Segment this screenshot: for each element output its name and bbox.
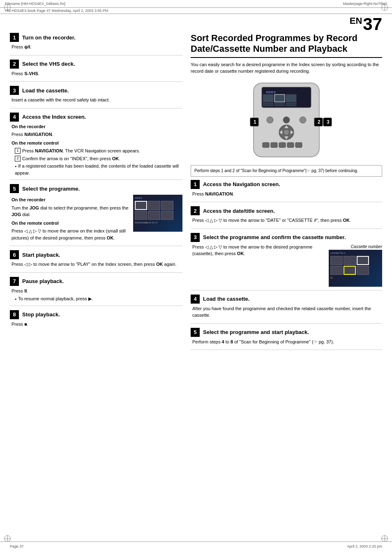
page-footer: Page 37 April 2, 2003 2:20 pm [0, 541, 392, 548]
right-step-1-number: 1 [191, 180, 200, 189]
step-2-title: Select the VHS deck. [22, 61, 75, 67]
reg-mark-tl [3, 3, 12, 12]
screen-thumb-1 [135, 201, 147, 210]
svg-text:INDEX: INDEX [266, 90, 276, 94]
subheader-text: HM-HDS4EX.book Page 37 Wednesday, April … [5, 9, 108, 13]
step-4-on-recorder-text: Press NAVIGATION. [12, 131, 182, 138]
step-3-title: Load the cassette. [22, 88, 69, 94]
step3-screen-title: CASSETTE # [330, 251, 380, 255]
footer-left: Page 37 [10, 544, 24, 548]
step-4-remote-item-1: 1 Press NAVIGATION. The VCR Navigation s… [15, 147, 182, 154]
step-4-title: Access the Index screen. [22, 114, 86, 120]
svg-rect-22 [295, 143, 302, 147]
right-step-5-title: Select the programme and start playback. [203, 329, 309, 335]
step3-device-screen: CASSETTE # [329, 250, 382, 287]
screen-row-1 [135, 201, 181, 210]
svg-rect-4 [274, 94, 285, 102]
step-7-text: Press II. [12, 288, 182, 295]
right-step-4-number: 4 [191, 295, 200, 304]
step-1-header: 1 Turn on the recorder. [10, 33, 182, 42]
step3-image: CASSETTE # [329, 250, 382, 287]
right-step-2-block: 2 Access the date/title screen. Press ◁ … [191, 206, 382, 229]
svg-rect-7 [274, 103, 285, 106]
screen-thumb-3 [161, 201, 173, 210]
left-column: 1 Turn on the recorder. Press ψ/I. 2 Sel… [10, 33, 182, 354]
right-step-5-text: Perform steps 4 to 8 of "Scan for Beginn… [192, 339, 382, 345]
step3-thumb-2 [344, 256, 356, 265]
step-7-title: Pause playback. [22, 278, 64, 284]
step-5-text-area: On the recorder Turn the JOG dial to sel… [12, 195, 129, 242]
svg-point-11 [300, 117, 306, 123]
step-1-block: 1 Turn on the recorder. Press ψ/I. [10, 33, 182, 55]
right-section-title: Sort Recorded Programmes by Record Date/… [191, 33, 382, 58]
step-4-bullet-list: If a registered cassette has been loaded… [12, 163, 182, 176]
step3-screen-row-1 [330, 256, 380, 265]
step-4-remote-list: 1 Press NAVIGATION. The VCR Navigation s… [12, 147, 182, 162]
step-5-title: Select the programme. [22, 186, 80, 192]
note-box: Perform steps 1 and 2 of "Scan for Begin… [191, 165, 382, 177]
step-6-header: 6 Start playback. [10, 250, 182, 259]
right-step-2-body: Press ◁ △ ▷ ▽ to move the arrow to "DATE… [191, 217, 382, 224]
step3-screen-row-2 [330, 266, 380, 275]
screen-thumb-2 [148, 201, 160, 210]
step-2-header: 2 Select the VHS deck. [10, 60, 182, 69]
right-column: Sort Recorded Programmes by Record Date/… [191, 33, 382, 354]
step-3-header: 3 Load the cassette. [10, 86, 182, 95]
svg-rect-18 [263, 143, 269, 147]
right-intro: You can easily search for a desired prog… [191, 61, 382, 75]
step-1-title: Turn on the recorder. [22, 35, 76, 41]
screen-bottom-text: PROGRAMME 01 OF 07 [135, 221, 181, 225]
page-number: 37 [363, 16, 382, 33]
svg-rect-3 [263, 94, 273, 102]
step-7-header: 7 Pause playback. [10, 277, 182, 286]
right-step-3-title: Select the programme and confirm the cas… [203, 234, 346, 240]
svg-text:1: 1 [254, 119, 256, 125]
svg-point-9 [267, 117, 273, 123]
right-step-5-number: 5 [191, 328, 200, 337]
step-4-body: On the recorder Press NAVIGATION. On the… [10, 123, 182, 177]
right-step-4-title: Load the cassette. [203, 296, 249, 302]
step-5-on-recorder-text: Turn the JOG dial to select the programm… [12, 205, 129, 218]
svg-rect-19 [271, 143, 277, 147]
right-step-1-text: Press NAVIGATION. [192, 191, 382, 198]
step3-thumb-1 [330, 256, 343, 265]
step-7-number: 7 [10, 277, 19, 286]
step-4-bullet-1: If a registered cassette has been loaded… [15, 163, 182, 176]
step-2-body: Press S-VHS. [10, 70, 182, 77]
footer-right: April 2, 2003 2:20 pm [347, 544, 382, 548]
step-5-content: On the recorder Turn the JOG dial to sel… [12, 195, 182, 242]
step-6-text: Press ◁ ▷ to move the arrow to "PLAY" on… [12, 261, 182, 268]
right-step-3-block: 3 Select the programme and confirm the c… [191, 233, 382, 290]
step-8-number: 8 [10, 310, 19, 319]
step-8-title: Stop playback. [22, 311, 60, 318]
right-step-2-header: 2 Access the date/title screen. [191, 206, 382, 215]
reg-mark-tr [380, 3, 389, 12]
step-4-number: 4 [10, 113, 19, 122]
right-step-5-body: Perform steps 4 to 8 of "Scan for Beginn… [191, 339, 382, 345]
step-8-block: 8 Stop playback. Press ■. [10, 310, 182, 332]
step-5-on-remote-text: Press ◁ △ ▷ ▽ to move the arrow on the i… [12, 228, 129, 241]
svg-rect-21 [287, 143, 294, 147]
right-step-2-number: 2 [191, 206, 200, 215]
page-subheader: HM-HDS4EX.book Page 37 Wednesday, April … [0, 8, 392, 14]
header-filename: Filename [HM-HDS4EX_04Basic.fm] [5, 2, 65, 6]
step-2-number: 2 [10, 60, 19, 69]
step3-number: 02 [330, 276, 380, 280]
right-step-1-title: Access the Navigation screen. [203, 181, 280, 187]
step-3-body: Insert a cassette with the record safety… [10, 97, 182, 104]
right-step-4-block: 4 Load the cassette. After you have foun… [191, 295, 382, 324]
step3-thumb-3 [357, 256, 369, 265]
step-3-text: Insert a cassette with the record safety… [12, 97, 182, 104]
page-header: Filename [HM-HDS4EX_04Basic.fm] Masterpa… [0, 0, 392, 8]
svg-rect-8 [286, 103, 296, 106]
svg-rect-6 [263, 103, 273, 106]
page-number-bar: EN 37 [0, 14, 392, 33]
step-5-number: 5 [10, 184, 19, 193]
step-7-bullet-1: To resume normal playback, press ▶. [15, 295, 182, 302]
step-7-bullet-list: To resume normal playback, press ▶. [12, 295, 182, 302]
step-8-body: Press ■. [10, 321, 182, 328]
step-5-on-remote-label: On the remote control [12, 220, 129, 227]
step-1-text: Press ψ/I. [12, 44, 182, 51]
step3-image-area: Cassette number CASSETTE # [329, 244, 382, 287]
step-8-header: 8 Stop playback. [10, 310, 182, 319]
